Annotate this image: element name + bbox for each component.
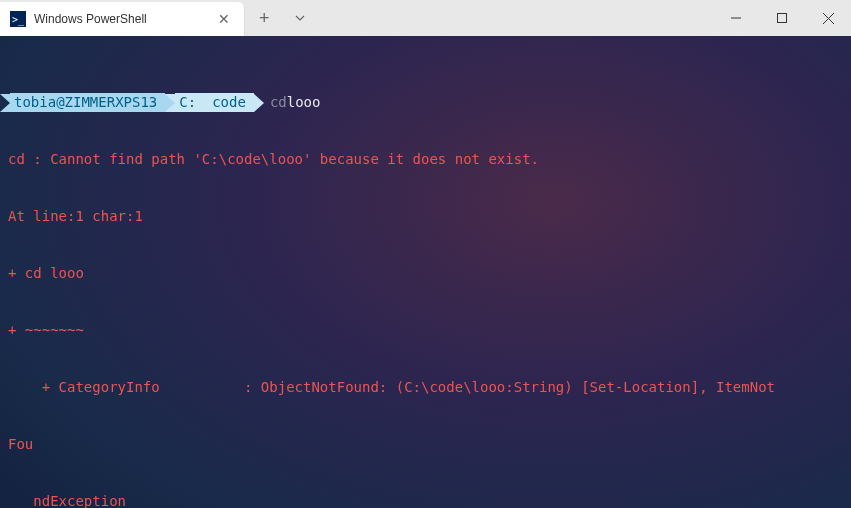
command-arg: looo: [287, 93, 321, 112]
error-output: cd : Cannot find path 'C:\code\looo' bec…: [0, 150, 851, 169]
terminal-area[interactable]: tobia@ZIMMERXPS13C: codecd looo cd : Can…: [0, 36, 851, 508]
error-output: + ~~~~~~~: [0, 321, 851, 340]
titlebar: >_ Windows PowerShell ✕ +: [0, 0, 851, 36]
drive-segment: C:: [175, 93, 208, 112]
window-controls: [713, 0, 851, 36]
error-output: ndException: [0, 492, 851, 508]
error-output: + CategoryInfo : ObjectNotFound: (C:\cod…: [0, 378, 851, 397]
user-segment: tobia@ZIMMERXPS13: [10, 93, 165, 112]
new-tab-button[interactable]: +: [245, 8, 284, 29]
main-window: >_ Windows PowerShell ✕ + tobia@ZIMMERXP…: [0, 0, 851, 508]
maximize-button[interactable]: [759, 0, 805, 36]
tab-dropdown-button[interactable]: [284, 12, 316, 24]
tab-powershell[interactable]: >_ Windows PowerShell ✕: [0, 2, 245, 36]
prompt-line: tobia@ZIMMERXPS13C: codecd looo: [0, 93, 851, 112]
command-keyword: cd: [264, 93, 287, 112]
path-segment: code: [208, 93, 254, 112]
error-output: + cd looo: [0, 264, 851, 283]
tab-title: Windows PowerShell: [34, 12, 206, 26]
close-button[interactable]: [805, 0, 851, 36]
tab-close-button[interactable]: ✕: [214, 11, 234, 27]
powershell-icon: >_: [10, 11, 26, 27]
minimize-button[interactable]: [713, 0, 759, 36]
error-output: At line:1 char:1: [0, 207, 851, 226]
error-output: Fou: [0, 435, 851, 454]
svg-rect-1: [778, 14, 787, 23]
